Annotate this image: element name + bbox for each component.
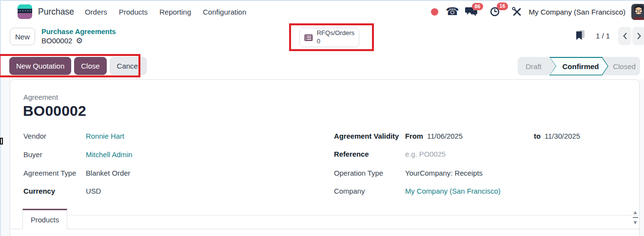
breadcrumb-current: BO00002 ⚙ [41,36,116,45]
systray: ☎ 86 16 [431,0,644,23]
new-quotation-button[interactable]: New Quotation [9,57,71,75]
activities-icon[interactable]: 16 [490,6,501,17]
validity-to-label: to [534,132,541,140]
tab-bar-divider [67,215,639,216]
phone-icon[interactable]: ☎ [446,6,459,17]
app-icon-purple-stripe [18,13,32,19]
chevron-right-icon [637,33,642,39]
company-label: Company [334,187,405,195]
buyer-label: Buyer [23,151,86,159]
operation-type-value[interactable]: YourCompany: Receipts [405,169,483,177]
rfqs-orders-stat-button[interactable]: RFQs/Orders 0 [299,28,359,47]
screenshot-top-edge [0,0,644,1]
validity-to-date[interactable]: 11/30/2025 [545,132,580,140]
scroll-thumb[interactable] [633,217,638,218]
field-row-reference: Reference [334,150,507,158]
validity-from-label: From [405,132,423,140]
top-navbar: Purchase Orders Products Reporting Confi… [0,0,644,23]
operation-type-label: Operation Type [334,169,405,177]
list-card-icon [304,34,313,42]
messages-icon[interactable]: 86 [465,7,478,17]
tab-bar-bottom-border [10,229,639,229]
currency-value[interactable]: USD [86,187,101,195]
close-button[interactable]: Close [74,57,106,75]
agreement-type-value[interactable]: Blanket Order [86,169,130,177]
new-button[interactable]: New [10,28,35,45]
pager-value: 1 / 1 [596,32,610,40]
purchase-app-icon[interactable] [18,4,32,19]
company-value-link[interactable]: My Company (San Francisco) [405,187,501,195]
reference-input[interactable] [405,150,507,158]
scroll-up-icon[interactable]: ▲ [633,210,638,215]
wrench-screwdriver-icon [511,6,522,17]
status-arrow-label: Confirmed [550,58,608,75]
validity-from-date[interactable]: 11/06/2025 [427,132,463,140]
bookmark-icon[interactable] [575,30,585,42]
tab-products[interactable]: Products [22,209,67,229]
cropped-element-fragment [0,138,3,145]
field-row-company: Company My Company (San Francisco) [334,187,501,195]
screenshot-left-edge [0,0,1,236]
avatar-shirt [633,17,644,20]
status-step-closed[interactable]: Closed [608,57,640,75]
scroll-widget: ▲ ▼ [631,210,640,225]
agreement-validity-label: Agreement Validity [334,132,405,140]
stat-button-text: RFQs/Orders 0 [317,29,354,46]
field-row-buyer: Buyer Mitchell Admin [23,151,132,159]
gear-icon[interactable]: ⚙ [76,37,82,45]
field-row-vendor: Vendor Ronnie Hart [23,132,124,140]
vendor-label: Vendor [23,132,86,140]
statusbar: Draft Confirmed Closed [518,57,640,75]
currency-label: Currency [23,187,86,195]
field-row-currency: Currency USD [23,187,101,195]
agreement-title-label: Agreement [23,93,58,101]
menu-products[interactable]: Products [113,0,154,23]
breadcrumb: Purchase Agreements BO00002 ⚙ [41,28,116,45]
recording-dot-icon[interactable] [431,8,438,16]
field-row-agreement-type: Agreement Type Blanket Order [23,169,130,177]
user-avatar[interactable] [631,4,644,20]
field-row-validity: Agreement Validity From 11/06/2025 to 11… [334,132,607,140]
activities-count-badge: 16 [497,2,508,10]
pager-previous-button[interactable] [618,27,631,45]
agreement-type-label: Agreement Type [23,169,86,177]
avatar-glasses-right [639,10,643,13]
tools-icon[interactable] [511,6,522,17]
buyer-value-link[interactable]: Mitchell Admin [86,151,132,159]
messages-count-badge: 86 [472,3,484,11]
app-name[interactable]: Purchase [38,7,74,17]
form-sheet: Agreement BO00002 Vendor Ronnie Hart Buy… [10,79,640,236]
scroll-down-icon[interactable]: ▼ [633,220,638,225]
pager-next-button[interactable] [632,27,644,45]
avatar-glasses-left [635,10,638,13]
vendor-value-link[interactable]: Ronnie Hart [86,132,124,140]
chevron-left-icon [623,33,627,39]
breadcrumb-parent-link[interactable]: Purchase Agreements [41,28,116,36]
app-icon-teal-stripe [18,4,32,9]
field-row-operation-type: Operation Type YourCompany: Receipts [334,169,483,177]
status-step-confirmed-active[interactable]: Confirmed [549,57,608,75]
status-step-draft[interactable]: Draft [518,57,549,75]
main-menu: Orders Products Reporting Configuration [79,0,252,23]
breadcrumb-current-label: BO00002 [41,36,72,45]
menu-reporting[interactable]: Reporting [154,0,197,23]
agreement-title[interactable]: BO00002 [23,103,86,119]
form-action-buttons: New Quotation Close Cancel [9,57,147,75]
app-icon-navy-stripe [18,9,32,13]
menu-orders[interactable]: Orders [79,0,113,23]
menu-configuration[interactable]: Configuration [197,0,252,23]
company-switcher[interactable]: My Company (San Francisco) [529,8,625,16]
pager [618,27,644,45]
reference-label: Reference [334,150,405,158]
cancel-button[interactable]: Cancel [110,57,147,75]
stat-button-label: RFQs/Orders [317,29,354,37]
stat-button-count: 0 [317,37,320,46]
odoo-purchase-screen: Purchase Orders Products Reporting Confi… [0,0,644,236]
